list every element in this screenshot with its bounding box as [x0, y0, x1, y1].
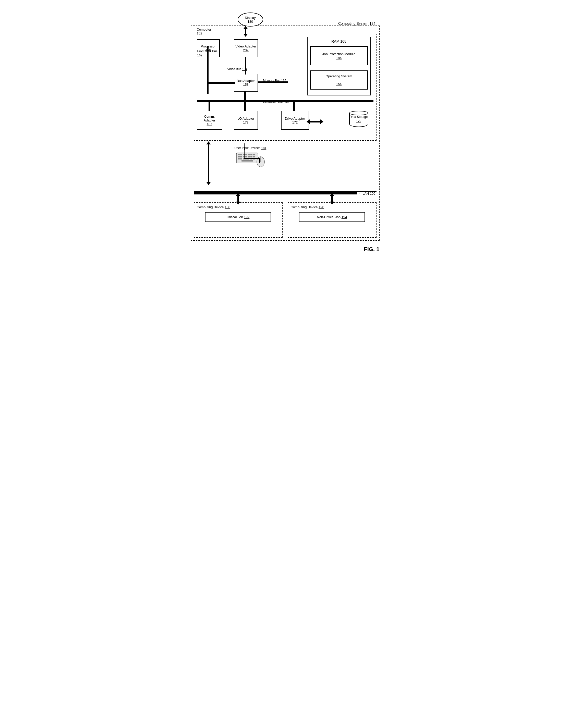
svg-rect-8	[238, 156, 240, 157]
fsb-to-ba-line	[207, 82, 235, 84]
expansion-bus-bar	[197, 100, 373, 102]
computing-device-2-label: Computing Device 190	[291, 205, 373, 209]
front-side-bus-line	[207, 46, 209, 94]
video-adapter-box: Video Adapter 209	[234, 39, 258, 57]
computing-device-1-label: Computing Device 188	[197, 205, 280, 209]
svg-rect-1	[238, 154, 240, 155]
svg-rect-12	[248, 156, 250, 157]
computer-box: Computer 152 Display 180 Processor 156 V…	[194, 34, 376, 141]
arrow-down-device1	[236, 202, 241, 205]
drive-data-arrow	[309, 121, 321, 122]
arrow-up-device2	[330, 193, 334, 196]
io-to-bus-line	[244, 102, 246, 111]
ram-box: RAM 168 Job Protection Module 186 Operat…	[307, 37, 371, 95]
uid-label: User Input Devices 181	[235, 146, 267, 150]
comm-to-bus-line	[209, 102, 210, 111]
svg-rect-20	[242, 160, 253, 161]
svg-rect-11	[245, 156, 247, 157]
data-storage-component: Data Storage 170	[349, 111, 368, 132]
drive-adapter-box: Drive Adapter 172	[281, 111, 309, 130]
svg-rect-15	[238, 158, 240, 159]
display-component: Display 180	[238, 12, 263, 27]
fig-label: FIG. 1	[364, 246, 379, 253]
lan-label: ← LAN 100	[357, 192, 376, 196]
keyboard-mouse-icon	[235, 151, 266, 168]
lan-to-device2-line	[331, 195, 333, 203]
computing-device-1-box: Computing Device 188 Critical Job 192	[194, 202, 283, 238]
cylinder-top	[349, 111, 368, 115]
comm-adapter-box: Comm. Adapter 167	[197, 111, 222, 130]
svg-rect-4	[245, 154, 247, 155]
ba-to-bus-line	[244, 91, 246, 100]
data-storage-label: Data Storage 170	[350, 115, 368, 123]
ram-label: RAM 168	[331, 39, 346, 43]
memory-bus-line	[258, 81, 288, 83]
computing-device-2-box: Computing Device 190 Non-Critical Job 19…	[288, 202, 376, 238]
computing-system-label: Computing System 184	[337, 21, 376, 25]
user-input-devices-area: User Input Devices 181	[235, 146, 267, 169]
lan-to-device1-line	[237, 195, 239, 203]
below-computer-area: User Input Devices 181	[194, 143, 376, 200]
io-to-uid-horiz	[245, 158, 260, 159]
arrow-down	[243, 34, 248, 37]
non-critical-job-box: Non-Critical Job 194	[299, 212, 365, 222]
comm-lan-arrow	[208, 143, 209, 183]
video-bus-label: Video Bus 164	[228, 67, 247, 71]
critical-job-box: Critical Job 192	[205, 212, 271, 222]
drive-to-bus-line	[293, 102, 295, 111]
svg-rect-16	[240, 158, 242, 159]
bottom-devices-area: Computing Device 188 Critical Job 192 Co…	[194, 202, 376, 238]
svg-rect-5	[248, 154, 250, 155]
job-protection-module-box: Job Protection Module 186	[310, 46, 368, 65]
bus-adapter-box: Bus Adapter 158	[234, 74, 258, 92]
svg-rect-14	[253, 156, 255, 157]
computer-label: Computer 152	[197, 28, 211, 35]
computing-system-box: Computing System 184 Computer 152 Displa…	[191, 25, 379, 241]
svg-rect-13	[250, 156, 252, 157]
lan-bar	[194, 191, 376, 195]
arrow-down-device2	[330, 202, 334, 205]
io-to-uid-vert2	[259, 158, 260, 163]
io-to-uid-line	[244, 143, 245, 159]
svg-rect-9	[240, 156, 242, 157]
io-adapter-box: I/O Adapter 178	[234, 111, 258, 130]
page: Computing System 184 Computer 152 Displa…	[186, 5, 385, 255]
video-bus-line	[245, 57, 246, 74]
svg-rect-6	[250, 154, 252, 155]
svg-rect-2	[240, 154, 242, 155]
svg-rect-7	[253, 154, 255, 155]
operating-system-box: Operating System 154	[310, 70, 368, 89]
arrow-up-device1	[236, 193, 241, 196]
arrow-up	[243, 26, 248, 29]
